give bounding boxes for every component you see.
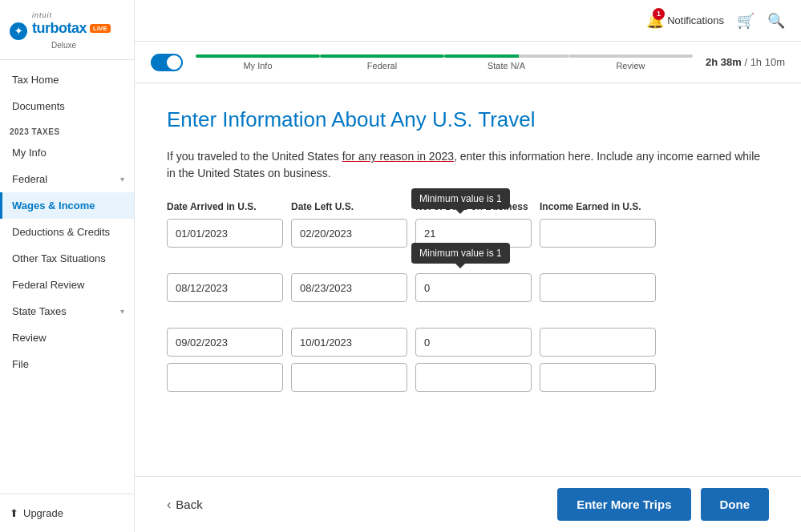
days-input-4[interactable] <box>415 363 532 392</box>
arrive-input-1[interactable] <box>167 219 283 248</box>
header-days: No. of Days on Business <box>415 201 532 212</box>
logo-icon: ✦ <box>10 22 27 40</box>
sidebar-label-deductions: Deductions & Credits <box>12 226 110 238</box>
page-title: Enter Information About Any U.S. Travel <box>167 107 769 132</box>
progress-label-review: Review <box>616 61 645 71</box>
sidebar-label-state-taxes: State Taxes <box>12 305 67 317</box>
progress-step-my-info: My Info <box>196 54 320 71</box>
arrive-input-2[interactable] <box>167 273 283 302</box>
table-row <box>167 328 769 357</box>
days-input-3[interactable] <box>415 328 532 357</box>
time-remaining: 1h 10m <box>750 56 785 68</box>
cart-icon[interactable]: 🛒 <box>737 12 754 30</box>
progress-step-state: State N/A <box>444 54 568 71</box>
header-income: Income Earned in U.S. <box>540 201 656 212</box>
enter-more-trips-button[interactable]: Enter More Trips <box>557 488 690 521</box>
sidebar-item-file[interactable]: File <box>0 351 134 377</box>
topbar-right: 1 🔔 Notifications 🛒 🔍 <box>646 12 785 30</box>
income-input-3[interactable] <box>540 328 656 357</box>
back-label: Back <box>176 498 202 511</box>
sidebar-item-my-info[interactable]: My Info <box>0 139 134 166</box>
sidebar-item-deductions[interactable]: Deductions & Credits <box>0 219 134 245</box>
notifications-label: Notifications <box>667 14 724 26</box>
bottom-right-buttons: Enter More Trips Done <box>557 488 769 521</box>
progress-steps: My Info Federal State N/A Review <box>196 54 693 71</box>
notification-badge: 1 <box>653 8 665 20</box>
sidebar-item-tax-home[interactable]: Tax Home <box>0 66 134 93</box>
page-description: If you traveled to the United States for… <box>167 148 769 182</box>
progress-label-federal: Federal <box>367 61 397 71</box>
arrive-input-4[interactable] <box>167 363 283 392</box>
deluxe-label: Deluxe <box>51 41 76 50</box>
sidebar-item-federal-review[interactable]: Federal Review <box>0 272 134 298</box>
sidebar-item-other-tax[interactable]: Other Tax Situations <box>0 245 134 272</box>
upgrade-button[interactable]: ⬆ Upgrade <box>10 502 124 524</box>
sidebar-item-documents[interactable]: Documents <box>0 93 134 119</box>
time-divider: / <box>744 56 750 68</box>
sidebar: ✦ intuit turbotax LIVE Deluxe Tax Home D… <box>0 0 135 532</box>
desc-underline: for any reason in 2023 <box>342 150 454 163</box>
topbar: 1 🔔 Notifications 🛒 🔍 <box>135 0 801 42</box>
turbotax-text: turbotax <box>32 20 87 37</box>
header-arrive: Date Arrived in U.S. <box>167 201 283 212</box>
table-row: Minimum value is 1 <box>167 273 769 302</box>
notifications-button[interactable]: 1 🔔 Notifications <box>646 12 724 30</box>
income-input-2[interactable] <box>540 273 656 302</box>
back-button[interactable]: ‹ Back <box>167 498 203 512</box>
progress-bar-federal <box>320 54 444 58</box>
sidebar-label-review: Review <box>12 332 47 344</box>
progress-label-my-info: My Info <box>243 61 272 71</box>
sidebar-label-tax-home: Tax Home <box>12 74 59 86</box>
time-estimate-value: 2h 38m <box>706 56 742 68</box>
depart-input-4[interactable] <box>291 363 407 392</box>
sidebar-item-state-taxes[interactable]: State Taxes ▾ <box>0 298 134 324</box>
live-badge: LIVE <box>90 24 111 33</box>
arrive-input-3[interactable] <box>167 328 283 357</box>
sidebar-label-file: File <box>12 358 29 370</box>
sidebar-footer: ⬆ Upgrade <box>0 494 134 532</box>
toggle-switch[interactable] <box>151 54 183 71</box>
table-row <box>167 363 769 392</box>
sidebar-label-other-tax: Other Tax Situations <box>12 252 106 264</box>
content-area: Enter Information About Any U.S. Travel … <box>135 83 801 476</box>
header-depart: Date Left U.S. <box>291 201 407 212</box>
sidebar-nav: Tax Home Documents 2023 TAXES My Info Fe… <box>0 60 134 494</box>
travel-table: Date Arrived in U.S. Date Left U.S. No. … <box>167 201 769 392</box>
progress-step-federal: Federal <box>320 54 444 71</box>
chevron-left-icon: ‹ <box>167 498 171 512</box>
sidebar-item-review[interactable]: Review <box>0 324 134 351</box>
progress-label-state: State N/A <box>487 61 525 71</box>
progress-bar-area: My Info Federal State N/A Review 2h 38m … <box>135 42 801 83</box>
logo-text-group: intuit turbotax LIVE Deluxe <box>32 11 111 51</box>
upgrade-icon: ⬆ <box>10 507 18 519</box>
sidebar-section-2023: 2023 TAXES <box>0 119 134 139</box>
chevron-down-icon: ▾ <box>120 175 124 183</box>
days-input-2[interactable] <box>415 273 532 302</box>
sidebar-label-federal: Federal <box>12 173 47 185</box>
table-row: Minimum value is 1 <box>167 219 769 248</box>
progress-bar-review <box>568 54 693 58</box>
sidebar-item-federal[interactable]: Federal ▾ <box>0 166 134 192</box>
income-input-4[interactable] <box>540 363 656 392</box>
depart-input-1[interactable] <box>291 219 407 248</box>
turbotax-logo: ✦ intuit turbotax LIVE Deluxe <box>10 11 124 51</box>
main-area: 1 🔔 Notifications 🛒 🔍 My Info Federal St… <box>135 0 801 532</box>
time-estimate: 2h 38m / 1h 10m <box>706 56 785 68</box>
done-button[interactable]: Done <box>701 488 770 521</box>
chevron-down-icon-state: ▾ <box>120 307 124 316</box>
depart-input-2[interactable] <box>291 273 407 302</box>
days-input-1[interactable] <box>415 219 532 248</box>
progress-bar-my-info <box>196 54 320 58</box>
income-input-1[interactable] <box>540 219 656 248</box>
upgrade-label: Upgrade <box>23 507 63 519</box>
search-icon[interactable]: 🔍 <box>767 12 785 30</box>
sidebar-label-my-info: My Info <box>12 147 47 159</box>
sidebar-label-documents: Documents <box>12 100 65 112</box>
bottom-bar: ‹ Back Enter More Trips Done <box>135 476 801 532</box>
intuit-label: intuit <box>32 11 111 19</box>
progress-bar-state <box>444 54 568 58</box>
sidebar-item-wages-income[interactable]: Wages & Income <box>0 192 134 219</box>
sidebar-label-wages-income: Wages & Income <box>12 200 95 212</box>
depart-input-3[interactable] <box>291 328 407 357</box>
progress-step-review: Review <box>568 54 693 71</box>
